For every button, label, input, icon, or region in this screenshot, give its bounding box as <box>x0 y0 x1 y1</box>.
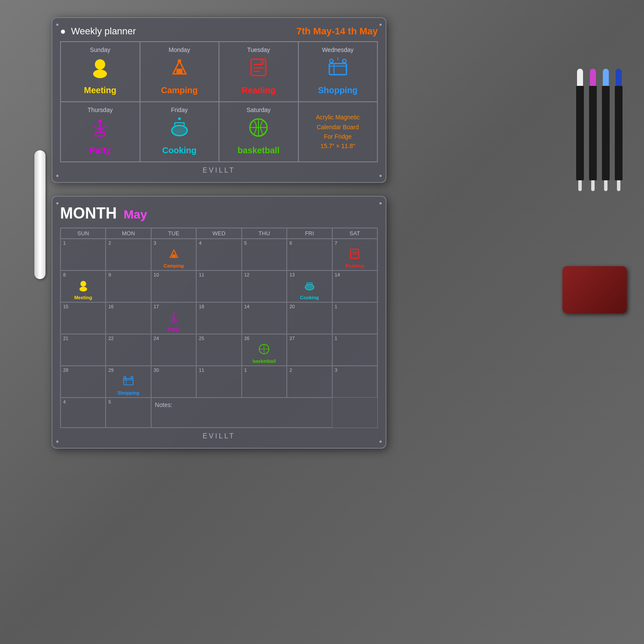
svg-rect-10 <box>329 64 346 75</box>
day-cell-wednesday: Wednesday Shopping <box>298 42 378 102</box>
party-icon-small <box>168 311 180 326</box>
svg-point-1 <box>93 70 107 78</box>
header-thu: THU <box>242 228 287 239</box>
thursday-label: Thursday <box>88 106 112 113</box>
sunday-label: Sunday <box>90 46 110 53</box>
cell-6: 6 <box>287 239 332 270</box>
header-tue: TUE <box>151 228 196 239</box>
meeting-icon-small <box>77 279 89 294</box>
svg-line-47 <box>170 316 173 318</box>
cell-14: 14 <box>332 270 377 302</box>
cell-8: 8 Meeting <box>61 270 106 302</box>
boards-container: ● ● ● Weekly planner 7th May-14 th May S… <box>52 17 386 449</box>
day-cell-friday: Friday Cooking <box>140 102 219 162</box>
cell-20: 20 <box>287 302 332 334</box>
cell-1: 1 <box>61 239 106 270</box>
cooking-label-small: Cooking <box>300 295 319 300</box>
thursday-activity: Party <box>89 146 111 155</box>
cell-27: 27 <box>287 334 332 366</box>
friday-activity: Cooking <box>162 146 197 155</box>
header-sat: SAT <box>332 228 377 239</box>
cell-16: 16 <box>106 302 151 334</box>
screw-tr: ● <box>379 21 382 27</box>
cell-2: 2 <box>106 239 151 270</box>
cell-12: 12 <box>242 270 287 302</box>
weekly-title-text: Weekly planner <box>71 26 136 36</box>
cell-33: 2 <box>287 366 332 398</box>
sunday-icon <box>89 57 111 82</box>
cell-32: 1 <box>242 366 287 398</box>
month-title: MONTH <box>60 204 117 222</box>
day-cell-saturday: Saturday basketball <box>219 102 298 162</box>
thursday-icon <box>89 117 111 142</box>
svg-rect-53 <box>124 379 133 385</box>
svg-point-4 <box>178 59 181 63</box>
monthly-screw-tr: ● <box>379 200 382 206</box>
cell-17: 17 Party <box>151 302 196 334</box>
sunday-activity: Meeting <box>84 85 116 95</box>
cell-30: 30 <box>151 366 196 398</box>
shopping-label-small: Shopping <box>118 390 140 395</box>
svg-point-39 <box>79 287 87 292</box>
tuesday-activity: Reading <box>242 85 276 95</box>
date-range: 7th May-14 th May <box>297 26 378 37</box>
svg-point-20 <box>98 119 102 123</box>
info-cell: Acrylic MagneticCalendar BoardFor Fridge… <box>298 102 378 162</box>
monthly-brand: EVILLT <box>60 432 378 440</box>
svg-rect-34 <box>172 255 176 258</box>
header-mon: MON <box>106 228 151 239</box>
cell-11: 11 <box>196 270 241 302</box>
cell-29: 29 Shopping <box>106 366 151 398</box>
notes-cell: Notes: <box>151 398 332 428</box>
marker-purple <box>589 69 597 191</box>
marker-light-blue <box>602 69 610 191</box>
cell-26: 26 basketball <box>242 334 287 366</box>
party-label-small: Party <box>168 327 180 332</box>
camping-label-small: Camping <box>164 263 184 268</box>
monday-icon <box>169 57 190 82</box>
cell-15: 15 <box>61 302 106 334</box>
svg-line-19 <box>100 126 106 130</box>
marker-white <box>576 69 584 191</box>
weekly-grid: Sunday Meeting Monday Camping Tu <box>60 41 378 162</box>
svg-point-49 <box>173 313 174 314</box>
cell-9: 9 <box>106 270 151 302</box>
eraser-cloth <box>562 266 627 313</box>
cell-5: 5 <box>242 239 287 270</box>
cell-28b: 28 <box>61 366 106 398</box>
svg-point-0 <box>95 59 105 70</box>
day-cell-monday: Monday Camping <box>140 42 219 102</box>
svg-point-14 <box>343 59 346 63</box>
svg-point-13 <box>330 59 333 63</box>
tuesday-label: Tuesday <box>247 46 270 53</box>
saturday-icon <box>248 117 269 142</box>
weekly-header: ● Weekly planner 7th May-14 th May <box>60 26 378 37</box>
friday-icon <box>169 117 190 142</box>
cell-4: 4 <box>196 239 241 270</box>
reading-icon-small <box>349 248 361 262</box>
wednesday-activity: Shopping <box>318 85 358 95</box>
header-wed: WED <box>196 228 241 239</box>
tuesday-icon <box>248 57 269 82</box>
cell-13: 13 Cooking <box>287 270 332 302</box>
day-cell-thursday: Thursday Party <box>61 102 140 162</box>
svg-point-38 <box>80 281 86 286</box>
monday-activity: Camping <box>161 85 198 95</box>
monthly-screw-bl: ● <box>56 438 59 444</box>
monday-label: Monday <box>169 46 190 53</box>
camping-icon-small <box>168 248 180 262</box>
svg-point-22 <box>172 125 187 136</box>
wednesday-label: Wednesday <box>322 46 354 53</box>
cell-18: 18 <box>196 302 241 334</box>
reading-label-small: Reading <box>346 263 364 268</box>
cell-7: 7 Reading <box>332 239 377 270</box>
svg-point-56 <box>124 376 125 378</box>
bullet-dot: ● <box>60 26 66 36</box>
saturday-label: Saturday <box>246 106 270 113</box>
weekly-title: ● Weekly planner <box>60 26 136 37</box>
monthly-header: MONTH May <box>60 204 378 222</box>
wednesday-icon <box>327 57 349 82</box>
cell-21: 1 <box>332 302 377 334</box>
cell-23: 22 <box>106 334 151 366</box>
cell-24: 24 <box>151 334 196 366</box>
